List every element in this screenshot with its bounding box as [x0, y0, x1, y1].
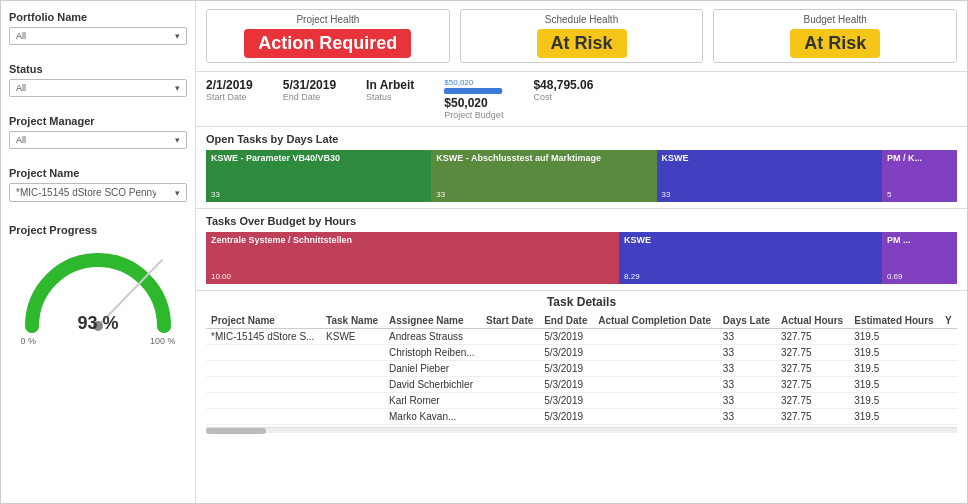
tasks-budget-title: Tasks Over Budget by Hours: [206, 215, 957, 227]
table-title: Task Details: [206, 295, 957, 309]
status-label: Status: [9, 63, 187, 75]
bar-label: KSWE: [662, 153, 877, 163]
table-cell: [481, 377, 539, 393]
table-cell: [940, 345, 957, 361]
budget-bar-label: $50,020: [444, 78, 503, 87]
table-cell: 5/3/2019: [539, 361, 593, 377]
bar-value: 0.69: [887, 272, 952, 281]
bar-value: 33: [211, 190, 426, 199]
table-cell: 5/3/2019: [539, 377, 593, 393]
start-date-kpi: 2/1/2019 Start Date: [206, 78, 253, 102]
project-budget-value: $50,020: [444, 96, 503, 110]
table-row: David Scherbichler5/3/201933327.75319.5: [206, 377, 957, 393]
table-cell: 33: [718, 345, 776, 361]
budget-health-card: Budget Health At Risk: [713, 9, 957, 63]
table-cell: 5/3/2019: [539, 409, 593, 425]
tasks-budget-bar-chart: Zentrale Systeme / Schnittstellen 10.00K…: [206, 232, 957, 284]
table-row: Daniel Pieber5/3/201933327.75319.5: [206, 361, 957, 377]
cost-value: $48,795.06: [533, 78, 593, 92]
table-cell: Marko Kavan...: [384, 409, 481, 425]
chevron-down-icon3: ▾: [175, 135, 180, 145]
project-progress-section: Project Progress 93 % 0 % 100 %: [9, 224, 187, 346]
project-manager-select[interactable]: All ▾: [9, 131, 187, 149]
project-name-filter: Project Name *MIC-15145 dStore SCO Penny…: [9, 167, 187, 202]
table-row: Marko Kavan...5/3/201933327.75319.5: [206, 409, 957, 425]
open-task-bar-segment: KSWE - Abschlusstest auf Marktimage 33: [431, 150, 656, 202]
table-cell: 327.75: [776, 393, 849, 409]
project-name-value: *MIC-15145 dStore SCO Penny (Ver...: [16, 187, 156, 198]
status-select[interactable]: All ▾: [9, 79, 187, 97]
table-cell: [593, 361, 718, 377]
project-budget-kpi: $50,020 $50,020 Project Budget: [444, 78, 503, 120]
table-cell: Daniel Pieber: [384, 361, 481, 377]
end-date-label: End Date: [283, 92, 336, 102]
table-cell: [481, 409, 539, 425]
table-cell: [206, 377, 321, 393]
task-details-table: Project NameTask NameAssignee NameStart …: [206, 313, 957, 425]
table-cell: [593, 377, 718, 393]
table-cell: David Scherbichler: [384, 377, 481, 393]
portfolio-select[interactable]: All ▾: [9, 27, 187, 45]
table-cell: 33: [718, 361, 776, 377]
table-cell: [321, 345, 384, 361]
table-body: *MIC-15145 dStore S...KSWEAndreas Straus…: [206, 329, 957, 425]
table-cell: [321, 361, 384, 377]
scrollbar-thumb[interactable]: [206, 428, 266, 434]
table-cell: 33: [718, 329, 776, 345]
table-cell: [321, 393, 384, 409]
charts-section: Open Tasks by Days Late KSWE - Parameter…: [196, 127, 967, 503]
table-cell: 319.5: [849, 345, 940, 361]
kpi-row: 2/1/2019 Start Date 5/31/2019 End Date I…: [196, 72, 967, 127]
table-cell: [321, 377, 384, 393]
project-health-card: Project Health Action Required: [206, 9, 450, 63]
table-cell: [481, 345, 539, 361]
health-row: Project Health Action Required Schedule …: [196, 1, 967, 72]
cost-label: Cost: [533, 92, 593, 102]
table-column-header: Days Late: [718, 313, 776, 329]
status-filter: Status All ▾: [9, 63, 187, 97]
budget-health-badge: At Risk: [790, 29, 880, 58]
bar-label: KSWE - Abschlusstest auf Marktimage: [436, 153, 651, 163]
table-cell: 327.75: [776, 377, 849, 393]
end-date-kpi: 5/31/2019 End Date: [283, 78, 336, 102]
schedule-health-badge: At Risk: [537, 29, 627, 58]
table-cell: 33: [718, 393, 776, 409]
bar-label: KSWE - Parameter VB40/VB30: [211, 153, 426, 163]
start-date-label: Start Date: [206, 92, 253, 102]
table-section: Task Details Project NameTask NameAssign…: [196, 291, 967, 503]
schedule-health-card: Schedule Health At Risk: [460, 9, 704, 63]
gauge-container: 93 %: [18, 244, 178, 334]
horizontal-scrollbar[interactable]: [206, 427, 957, 433]
schedule-health-title: Schedule Health: [545, 14, 618, 25]
table-cell: 319.5: [849, 377, 940, 393]
table-column-header: End Date: [539, 313, 593, 329]
table-cell: [593, 345, 718, 361]
table-cell: [593, 329, 718, 345]
gauge-value: 93 %: [77, 313, 118, 334]
table-cell: 319.5: [849, 409, 940, 425]
table-cell: [206, 361, 321, 377]
status-kpi-label: Status: [366, 92, 414, 102]
portfolio-value: All: [16, 31, 26, 41]
project-name-select[interactable]: *MIC-15145 dStore SCO Penny (Ver... ▾: [9, 183, 187, 202]
budget-bar-segment: KSWE 8.29: [619, 232, 882, 284]
table-cell: 319.5: [849, 393, 940, 409]
open-task-bar-segment: KSWE - Parameter VB40/VB30 33: [206, 150, 431, 202]
table-cell: [940, 393, 957, 409]
table-cell: [940, 409, 957, 425]
table-cell: [206, 393, 321, 409]
bar-label: Zentrale Systeme / Schnittstellen: [211, 235, 614, 245]
table-cell: 5/3/2019: [539, 393, 593, 409]
open-task-bar-segment: KSWE 33: [657, 150, 882, 202]
table-cell: 327.75: [776, 345, 849, 361]
table-cell: Karl Romer: [384, 393, 481, 409]
gauge-max: 100 %: [150, 336, 176, 346]
table-cell: 5/3/2019: [539, 329, 593, 345]
table-cell: 327.75: [776, 409, 849, 425]
tasks-budget-chart: Tasks Over Budget by Hours Zentrale Syst…: [196, 209, 967, 291]
bar-label: PM / K...: [887, 153, 952, 163]
table-cell: [593, 393, 718, 409]
start-date-value: 2/1/2019: [206, 78, 253, 92]
table-cell: [206, 345, 321, 361]
table-cell: [940, 361, 957, 377]
